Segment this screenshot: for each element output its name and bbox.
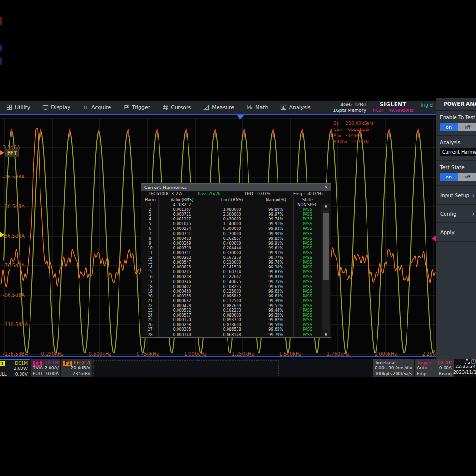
menu-item-math[interactable]: Math (240, 101, 275, 114)
panel-title: POWER ANALYS (444, 101, 476, 107)
grid-bottom-border (0, 356, 436, 357)
menu-item-analysis[interactable]: Analysis (274, 101, 317, 114)
analysis-dropdown[interactable]: Current Harmonics ∨ (440, 148, 476, 156)
panel-header[interactable]: POWER ANALYS (436, 98, 476, 111)
power-analysis-panel: POWER ANALYS Enable To Test on off Analy… (436, 98, 476, 377)
sidebar-item-apply[interactable]: Apply (436, 223, 476, 242)
enable-to-test-label: Enable To Test (440, 114, 476, 120)
oscilloscope-screen: Utility Display Acquire Trigger Cursors … (0, 0, 476, 476)
harmonics-table: 14.708252----NON SPEC20.0011671.08000099… (142, 203, 321, 337)
f1-chip: F1 (63, 361, 72, 366)
table-row: 180.0004020.10823599.63%PASS (142, 285, 321, 289)
y-axis-label: -36.5dBA (3, 204, 25, 209)
table-scrollbar[interactable]: ∧ ∨ (321, 203, 330, 337)
y-axis-label: -96.5dBA (3, 292, 25, 298)
enable-to-test-toggle[interactable]: on off (440, 123, 476, 131)
sidebar-item-config[interactable]: Config › (436, 205, 476, 223)
table-row: 14.708252----NON SPEC (142, 203, 321, 208)
y-axis-label: -56.5dBA (3, 233, 25, 238)
dialog-title: Current Harmonics (144, 185, 187, 190)
table-row: 140.0008750.14153899.38%PASS (142, 265, 321, 270)
toggle-on[interactable]: on (440, 123, 458, 131)
scrollbar-thumb[interactable] (323, 213, 329, 280)
table-row: 150.0002650.16071499.83%PASS (142, 270, 321, 275)
trigger-position-marker-icon[interactable] (237, 115, 244, 119)
channel-c2-box[interactable]: C2DC1M 1V/A2.00A/ FULL0.00A (31, 359, 60, 377)
chevron-down-icon: ∨ (474, 148, 476, 156)
lan-icon (465, 359, 470, 364)
table-row: 90.0003690.40000099.91%PASS (142, 241, 321, 246)
status-bar: C1DC1M 2.00V/ FULL0.00V C2DC1M 1V/A2.00A… (0, 359, 476, 377)
channel-c1-box[interactable]: C1DC1M 2.00V/ FULL0.00V (0, 359, 30, 377)
toggle-off[interactable]: off (458, 173, 476, 181)
table-row: 200.0003550.09684299.63%PASS (142, 294, 321, 299)
delay-indicator-zone[interactable] (93, 360, 279, 376)
f1-trace-marker-icon[interactable] (0, 150, 4, 155)
column-header: Limit(RMS) (206, 197, 258, 203)
fft-acquisition-info: Sa= 200.00kSa/sCurr= 65536ptsΔf= 3.05HzR… (333, 120, 374, 145)
display-icon (42, 104, 49, 110)
c1-chip: C1 (0, 361, 5, 366)
frequency-counter: f(C2) = 49.99959Hz (373, 108, 413, 113)
table-row: 20.0011671.08000099.89%PASS (142, 208, 321, 212)
table-row: 60.0002240.30000099.93%PASS (142, 227, 321, 231)
math-icon (247, 104, 253, 110)
cursors-icon (162, 104, 169, 110)
menu-item-display[interactable]: Display (36, 101, 77, 114)
dialog-title-bar[interactable]: Current Harmonics × (141, 184, 331, 191)
table-row: 80.0004830.26285799.82%PASS (142, 237, 321, 241)
table-row: 270.0003050.08653899.65%PASS (142, 327, 321, 332)
toggle-off[interactable]: off (458, 123, 476, 131)
menu-item-acquire[interactable]: Acquire (77, 101, 117, 114)
device-icon (471, 359, 476, 364)
clock-date: 2023/11/1 (453, 369, 476, 375)
c1-level-marker-icon[interactable] (0, 232, 4, 238)
column-header: Margin(%) (258, 197, 294, 203)
test-state-section: Test State on off (436, 161, 476, 186)
menu-item-measure[interactable]: Measure (197, 101, 240, 114)
thd-value: THD : 0.07% (244, 191, 270, 196)
acquire-icon (83, 104, 89, 110)
trigger-box[interactable]: TriggerC2 DC Auto0.00A EdgeRising (415, 359, 454, 377)
trigger-icon (123, 104, 129, 110)
math-f1-box[interactable]: F1FFT(C2) 20.0dBA/ 23.5dBA (61, 359, 92, 377)
table-row: 30.0007212.30000099.97%PASS (142, 212, 321, 217)
table-header: HarmValue(RMS)Limit(RMS)Margin(%)State (142, 197, 321, 203)
table-row: 70.0007510.77000099.90%PASS (142, 232, 321, 237)
dialog-summary-row: IEC61000-3-2 A Pass 76/76 THD : 0.07% Fr… (141, 191, 331, 197)
standard-label: IEC61000-3-2 A (149, 191, 182, 196)
screen-edge-artifact (0, 45, 2, 51)
column-header: State (294, 197, 321, 203)
enable-to-test-section: Enable To Test on off (436, 111, 476, 136)
status-cluster: 4GHz-12Bit 1Gpts Memory SIGLENT f(C2) = … (333, 102, 436, 113)
table-row: 170.0003460.14062599.75%PASS (142, 280, 321, 285)
scroll-up-icon[interactable]: ∧ (321, 203, 330, 209)
screen-edge-artifact (0, 17, 2, 25)
measure-icon (203, 104, 209, 110)
hardware-info: 4GHz-12Bit 1Gpts Memory (333, 102, 366, 113)
scroll-down-icon[interactable]: ∨ (321, 331, 330, 337)
toggle-on[interactable]: on (440, 173, 458, 181)
close-icon[interactable]: × (323, 184, 329, 191)
current-harmonics-dialog: Current Harmonics × IEC61000-3-2 A Pass … (141, 183, 331, 338)
test-state-toggle[interactable]: on off (440, 173, 476, 181)
trigger-level-marker-icon[interactable] (431, 235, 436, 242)
column-header: Harm (142, 197, 159, 203)
table-row: 120.0003920.16727399.77%PASS (142, 256, 321, 260)
table-row: 230.0005720.10227399.44%PASS (142, 308, 321, 313)
table-row: 130.0005470.21000099.74%PASS (142, 260, 321, 265)
clock-time: 22:35:34 (453, 364, 476, 369)
fft-trace-label[interactable]: FFT (5, 149, 19, 157)
table-row: 190.0004600.12500099.63%PASS (142, 289, 321, 294)
table-row: 100.0007980.20444499.61%PASS (142, 246, 321, 251)
y-axis-label: -16.5dBA (3, 174, 25, 179)
datetime-display: 22:35:34 2023/11/1 (453, 359, 476, 377)
menu-item-trigger[interactable]: Trigger (117, 101, 156, 114)
screen-edge-artifact (0, 58, 2, 65)
table-row: 250.0001700.09375099.82%PASS (142, 318, 321, 323)
menu-item-cursors[interactable]: Cursors (156, 101, 197, 114)
timebase-box[interactable]: Timebase 0.00s50.0ms/div 100kpts200kSa/s (373, 359, 414, 377)
sidebar-item-input-setup[interactable]: Input Setup › (436, 186, 476, 205)
menu-item-utility[interactable]: Utility (0, 101, 36, 114)
menu-bar: Utility Display Acquire Trigger Cursors … (0, 101, 436, 114)
